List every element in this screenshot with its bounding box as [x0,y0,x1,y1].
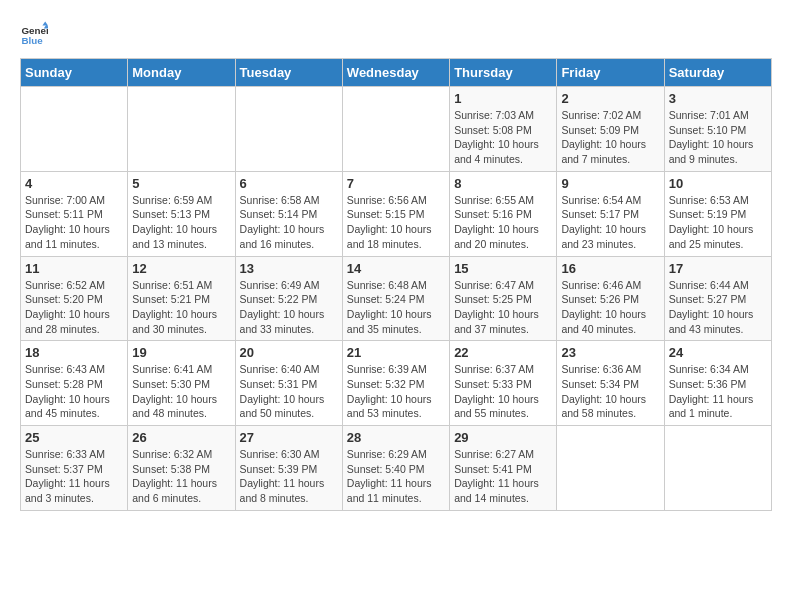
calendar-cell: 10Sunrise: 6:53 AMSunset: 5:19 PMDayligh… [664,171,771,256]
header-cell-thursday: Thursday [450,59,557,87]
day-number: 3 [669,91,767,106]
calendar-cell: 20Sunrise: 6:40 AMSunset: 5:31 PMDayligh… [235,341,342,426]
day-number: 5 [132,176,230,191]
calendar-cell [557,426,664,511]
day-number: 24 [669,345,767,360]
header-cell-tuesday: Tuesday [235,59,342,87]
day-info: Sunrise: 6:58 AMSunset: 5:14 PMDaylight:… [240,193,338,252]
day-info: Sunrise: 6:40 AMSunset: 5:31 PMDaylight:… [240,362,338,421]
calendar-cell: 7Sunrise: 6:56 AMSunset: 5:15 PMDaylight… [342,171,449,256]
day-info: Sunrise: 6:30 AMSunset: 5:39 PMDaylight:… [240,447,338,506]
day-number: 11 [25,261,123,276]
header-cell-monday: Monday [128,59,235,87]
week-row-2: 4Sunrise: 7:00 AMSunset: 5:11 PMDaylight… [21,171,772,256]
header-cell-sunday: Sunday [21,59,128,87]
day-info: Sunrise: 7:01 AMSunset: 5:10 PMDaylight:… [669,108,767,167]
day-number: 25 [25,430,123,445]
header-cell-friday: Friday [557,59,664,87]
week-row-4: 18Sunrise: 6:43 AMSunset: 5:28 PMDayligh… [21,341,772,426]
day-number: 1 [454,91,552,106]
calendar-cell: 24Sunrise: 6:34 AMSunset: 5:36 PMDayligh… [664,341,771,426]
calendar-cell: 19Sunrise: 6:41 AMSunset: 5:30 PMDayligh… [128,341,235,426]
header-cell-saturday: Saturday [664,59,771,87]
calendar-table: SundayMondayTuesdayWednesdayThursdayFrid… [20,58,772,511]
week-row-3: 11Sunrise: 6:52 AMSunset: 5:20 PMDayligh… [21,256,772,341]
day-number: 4 [25,176,123,191]
calendar-cell [342,87,449,172]
day-info: Sunrise: 7:02 AMSunset: 5:09 PMDaylight:… [561,108,659,167]
calendar-cell: 21Sunrise: 6:39 AMSunset: 5:32 PMDayligh… [342,341,449,426]
calendar-cell: 13Sunrise: 6:49 AMSunset: 5:22 PMDayligh… [235,256,342,341]
day-number: 29 [454,430,552,445]
calendar-cell: 1Sunrise: 7:03 AMSunset: 5:08 PMDaylight… [450,87,557,172]
day-number: 13 [240,261,338,276]
day-info: Sunrise: 6:46 AMSunset: 5:26 PMDaylight:… [561,278,659,337]
day-number: 17 [669,261,767,276]
day-info: Sunrise: 6:55 AMSunset: 5:16 PMDaylight:… [454,193,552,252]
day-number: 18 [25,345,123,360]
day-info: Sunrise: 6:29 AMSunset: 5:40 PMDaylight:… [347,447,445,506]
day-info: Sunrise: 6:51 AMSunset: 5:21 PMDaylight:… [132,278,230,337]
day-number: 15 [454,261,552,276]
calendar-cell: 11Sunrise: 6:52 AMSunset: 5:20 PMDayligh… [21,256,128,341]
logo-icon: General Blue [20,20,48,48]
day-info: Sunrise: 6:47 AMSunset: 5:25 PMDaylight:… [454,278,552,337]
day-info: Sunrise: 6:39 AMSunset: 5:32 PMDaylight:… [347,362,445,421]
svg-text:Blue: Blue [21,35,43,46]
calendar-cell [235,87,342,172]
day-number: 21 [347,345,445,360]
day-info: Sunrise: 6:37 AMSunset: 5:33 PMDaylight:… [454,362,552,421]
calendar-cell: 22Sunrise: 6:37 AMSunset: 5:33 PMDayligh… [450,341,557,426]
day-number: 16 [561,261,659,276]
day-info: Sunrise: 6:41 AMSunset: 5:30 PMDaylight:… [132,362,230,421]
calendar-cell: 2Sunrise: 7:02 AMSunset: 5:09 PMDaylight… [557,87,664,172]
day-number: 19 [132,345,230,360]
day-number: 28 [347,430,445,445]
calendar-cell: 17Sunrise: 6:44 AMSunset: 5:27 PMDayligh… [664,256,771,341]
day-number: 26 [132,430,230,445]
calendar-cell: 16Sunrise: 6:46 AMSunset: 5:26 PMDayligh… [557,256,664,341]
day-info: Sunrise: 6:49 AMSunset: 5:22 PMDaylight:… [240,278,338,337]
svg-marker-2 [42,21,48,25]
day-number: 14 [347,261,445,276]
day-info: Sunrise: 6:53 AMSunset: 5:19 PMDaylight:… [669,193,767,252]
day-info: Sunrise: 7:03 AMSunset: 5:08 PMDaylight:… [454,108,552,167]
calendar-cell: 5Sunrise: 6:59 AMSunset: 5:13 PMDaylight… [128,171,235,256]
day-info: Sunrise: 6:56 AMSunset: 5:15 PMDaylight:… [347,193,445,252]
day-number: 9 [561,176,659,191]
day-info: Sunrise: 6:44 AMSunset: 5:27 PMDaylight:… [669,278,767,337]
day-info: Sunrise: 6:43 AMSunset: 5:28 PMDaylight:… [25,362,123,421]
day-info: Sunrise: 6:54 AMSunset: 5:17 PMDaylight:… [561,193,659,252]
day-number: 27 [240,430,338,445]
calendar-body: 1Sunrise: 7:03 AMSunset: 5:08 PMDaylight… [21,87,772,511]
day-info: Sunrise: 6:32 AMSunset: 5:38 PMDaylight:… [132,447,230,506]
header-row: SundayMondayTuesdayWednesdayThursdayFrid… [21,59,772,87]
day-number: 22 [454,345,552,360]
calendar-cell: 27Sunrise: 6:30 AMSunset: 5:39 PMDayligh… [235,426,342,511]
calendar-cell: 9Sunrise: 6:54 AMSunset: 5:17 PMDaylight… [557,171,664,256]
calendar-cell [664,426,771,511]
calendar-cell: 4Sunrise: 7:00 AMSunset: 5:11 PMDaylight… [21,171,128,256]
day-info: Sunrise: 7:00 AMSunset: 5:11 PMDaylight:… [25,193,123,252]
week-row-1: 1Sunrise: 7:03 AMSunset: 5:08 PMDaylight… [21,87,772,172]
calendar-cell: 23Sunrise: 6:36 AMSunset: 5:34 PMDayligh… [557,341,664,426]
calendar-cell: 26Sunrise: 6:32 AMSunset: 5:38 PMDayligh… [128,426,235,511]
calendar-cell: 3Sunrise: 7:01 AMSunset: 5:10 PMDaylight… [664,87,771,172]
day-info: Sunrise: 6:59 AMSunset: 5:13 PMDaylight:… [132,193,230,252]
day-info: Sunrise: 6:33 AMSunset: 5:37 PMDaylight:… [25,447,123,506]
calendar-cell: 14Sunrise: 6:48 AMSunset: 5:24 PMDayligh… [342,256,449,341]
day-number: 7 [347,176,445,191]
calendar-cell: 8Sunrise: 6:55 AMSunset: 5:16 PMDaylight… [450,171,557,256]
calendar-cell: 15Sunrise: 6:47 AMSunset: 5:25 PMDayligh… [450,256,557,341]
calendar-cell: 6Sunrise: 6:58 AMSunset: 5:14 PMDaylight… [235,171,342,256]
day-number: 23 [561,345,659,360]
calendar-cell: 18Sunrise: 6:43 AMSunset: 5:28 PMDayligh… [21,341,128,426]
day-number: 8 [454,176,552,191]
day-info: Sunrise: 6:36 AMSunset: 5:34 PMDaylight:… [561,362,659,421]
day-number: 6 [240,176,338,191]
calendar-cell [128,87,235,172]
header-cell-wednesday: Wednesday [342,59,449,87]
calendar-cell: 29Sunrise: 6:27 AMSunset: 5:41 PMDayligh… [450,426,557,511]
calendar-cell: 25Sunrise: 6:33 AMSunset: 5:37 PMDayligh… [21,426,128,511]
calendar-header: SundayMondayTuesdayWednesdayThursdayFrid… [21,59,772,87]
